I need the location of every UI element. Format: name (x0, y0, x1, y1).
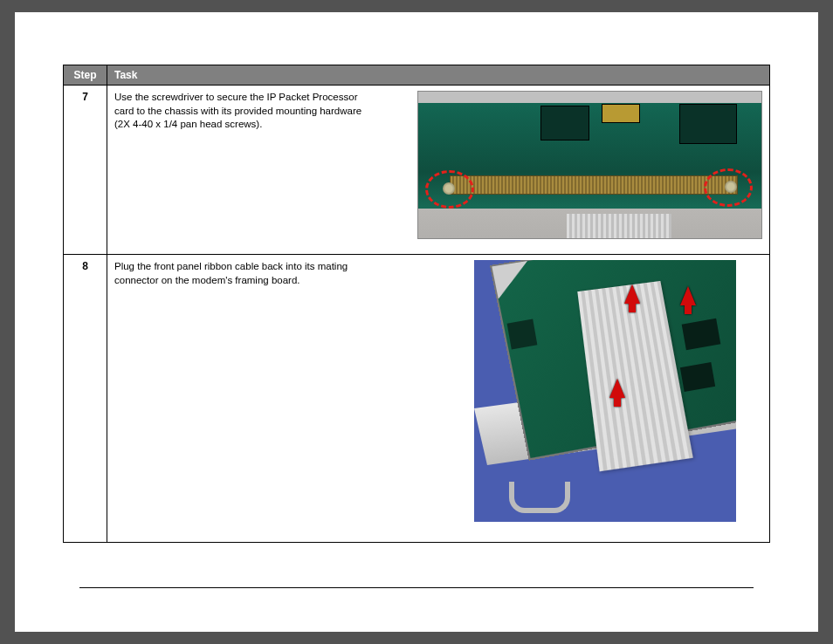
footer-rule (79, 587, 754, 588)
document-page: Step Task 7 Use the screwdriver to secur… (15, 12, 818, 632)
chip-icon (540, 106, 589, 140)
chip-icon (507, 319, 538, 350)
table-row: 8 Plug the front panel ribbon cable back… (64, 255, 770, 543)
arrow-up-icon (609, 379, 625, 398)
chip-icon (602, 104, 640, 123)
step-number: 7 (64, 86, 107, 255)
arrow-left-icon (680, 286, 696, 305)
task-cell: Use the screwdriver to secure the IP Pac… (107, 86, 770, 255)
chip-icon (679, 104, 737, 144)
arrow-up-icon (624, 284, 640, 304)
task-text: Plug the front panel ribbon cable back i… (114, 260, 376, 287)
header-step: Step (64, 65, 107, 86)
header-task: Task (107, 65, 770, 86)
step8-image (474, 260, 736, 522)
step7-image (417, 91, 762, 239)
table-header-row: Step Task (64, 65, 770, 86)
highlight-circle-icon (425, 170, 474, 209)
table-row: 7 Use the screwdriver to secure the IP P… (64, 86, 770, 255)
task-text: Use the screwdriver to secure the IP Pac… (114, 91, 376, 132)
handle-icon (509, 482, 570, 513)
highlight-circle-icon (704, 168, 753, 207)
procedure-table: Step Task 7 Use the screwdriver to secur… (63, 65, 770, 543)
step-number: 8 (64, 255, 107, 543)
ribbon-cable-icon (567, 214, 671, 238)
pci-slot-icon (450, 175, 738, 195)
task-cell: Plug the front panel ribbon cable back i… (107, 255, 770, 543)
